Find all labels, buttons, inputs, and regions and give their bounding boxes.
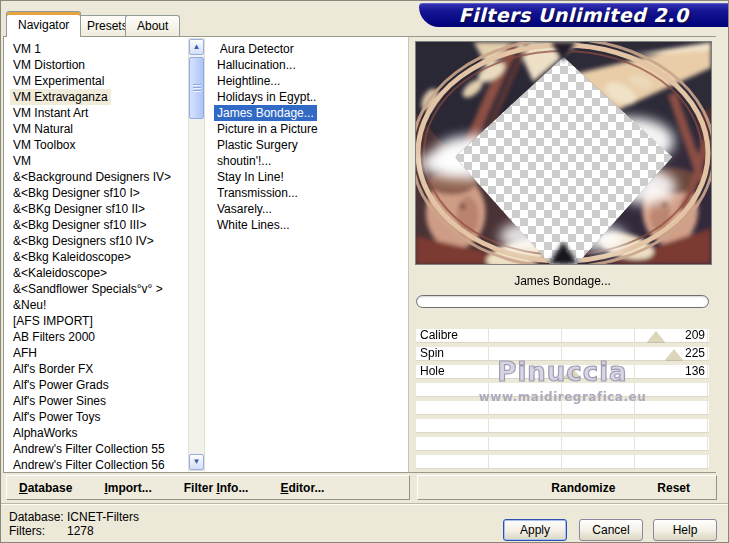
slider-marker-icon[interactable] [665,349,683,360]
category-item[interactable]: AFH [10,345,40,361]
category-item[interactable]: Alf's Power Toys [10,409,103,425]
editor-button[interactable]: Editor... [280,481,324,495]
category-item[interactable]: VM Toolbox [10,137,78,153]
category-item[interactable]: VM [10,153,34,169]
filter-item[interactable]: shoutin'!... [214,153,274,169]
slider-row[interactable] [416,419,709,432]
cancel-button[interactable]: Cancel [579,519,643,541]
database-button[interactable]: Database [19,481,72,495]
tab-navigator[interactable]: Navigator [6,11,81,37]
category-item[interactable]: &Neu! [10,297,49,313]
slider-label: Spin [420,347,444,360]
category-item[interactable]: VM Distortion [10,57,88,73]
filter-item[interactable]: Vasarely... [214,201,275,217]
progress-bar [416,295,709,308]
scroll-down-button[interactable]: ▼ [189,454,204,470]
slider-row[interactable] [416,383,709,396]
category-item[interactable]: &<Bkg Designer sf10 I> [10,185,143,201]
filter-item[interactable]: Transmission... [214,185,301,201]
slider-marker-icon[interactable] [563,367,581,378]
category-item[interactable]: Alf's Power Grads [10,377,112,393]
slider-row[interactable]: Hole136 [416,365,709,378]
category-scrollbar[interactable]: ▲ ▼ [188,38,205,471]
category-item[interactable]: &<Bkg Designer sf10 III> [10,217,149,233]
filter-item[interactable]: Holidays in Egypt.. [214,89,319,105]
randomize-button[interactable]: Randomize [551,481,615,495]
slider-row[interactable]: Calibre209 [416,329,709,342]
status-filters-label: Filters: [9,524,67,538]
filter-item[interactable]: Aura Detector [214,41,297,57]
tab-presets-label: Presets [87,19,128,33]
category-item[interactable]: &<Kaleidoscope> [10,265,110,281]
category-item[interactable]: &<Sandflower Specials°v° > [10,281,166,297]
category-item[interactable]: &<Bkg Kaleidoscope> [10,249,134,265]
slider-label: Hole [420,365,445,378]
status-info: Database: ICNET-Filters Filters: 1278 [9,510,139,538]
filter-item[interactable]: Plastic Surgery [214,137,301,153]
scrollbar-grip-icon [193,84,201,93]
filters-unlimited-window: Navigator Presets About Filters Unlimite… [0,0,729,543]
slider-row[interactable] [416,455,709,468]
scroll-up-icon: ▲ [193,43,201,51]
slider-row[interactable]: Spin225 [416,347,709,360]
scroll-down-icon: ▼ [193,458,201,466]
category-item[interactable]: &<Bkg Designers sf10 IV> [10,233,157,249]
preview-pane: James Bondage... Calibre209Spin225Hole13… [408,37,716,472]
selected-filter-name: James Bondage... [409,274,716,288]
tab-about-label: About [137,19,168,33]
slider-row[interactable] [416,401,709,414]
category-item[interactable]: &<Background Designers IV> [10,169,174,185]
filter-item[interactable]: Hallucination... [214,57,299,73]
label-part: ditor... [288,481,324,495]
category-item[interactable]: Alf's Border FX [10,361,96,377]
category-item[interactable]: &<BKg Designer sf10 II> [10,201,148,217]
filter-item[interactable]: White Lines... [214,217,293,233]
label-part: mport... [108,481,152,495]
scrollbar-thumb[interactable] [189,57,204,119]
category-item[interactable]: VM 1 [10,41,44,57]
main-panel: VM 1VM DistortionVM ExperimentalVM Extra… [3,36,716,473]
filter-item[interactable]: Heightline... [214,73,283,89]
category-item[interactable]: Andrew's Filter Collection 55 [10,441,168,457]
tab-about[interactable]: About [125,15,180,36]
import-button[interactable]: Import... [104,481,151,495]
category-item[interactable]: [AFS IMPORT] [10,313,96,329]
category-list[interactable]: VM 1VM DistortionVM ExperimentalVM Extra… [10,41,186,471]
scroll-up-button[interactable]: ▲ [189,39,204,55]
tab-bar: Navigator Presets About Filters Unlimite… [1,1,728,36]
slider-rows: Calibre209Spin225Hole136 [416,329,709,473]
status-database-label: Database: [9,510,67,524]
slider-value: 136 [685,365,705,378]
help-button[interactable]: Help [653,519,717,541]
category-item[interactable]: AlphaWorks [10,425,80,441]
category-item[interactable]: VM Extravaganza [10,89,111,105]
slider-row[interactable] [416,437,709,450]
category-item[interactable]: Alf's Power Sines [10,393,109,409]
slider-marker-icon[interactable] [647,331,665,342]
frame-preview-graphic [416,42,711,264]
category-item[interactable]: VM Natural [10,121,76,137]
category-item[interactable]: Andrew's Filter Collection 56 [10,457,168,471]
filter-item[interactable]: Picture in a Picture [214,121,321,137]
right-toolbar: Randomize Reset [417,475,717,500]
slider-value: 209 [685,329,705,342]
reset-button[interactable]: Reset [657,481,690,495]
category-item[interactable]: VM Instant Art [10,105,91,121]
slider-label: Calibre [420,329,458,342]
app-title: Filters Unlimited 2.0 [459,4,689,26]
preview-canvas[interactable] [415,41,712,265]
label-part: nfo... [220,481,249,495]
title-banner: Filters Unlimited 2.0 [419,3,728,27]
filter-item[interactable]: Stay In Line! [214,169,287,185]
tab-navigator-label: Navigator [18,18,69,32]
filter-info-button[interactable]: Filter Info... [184,481,249,495]
category-item[interactable]: AB Filters 2000 [10,329,98,345]
status-bar: Database: ICNET-Filters Filters: 1278 Ap… [1,503,728,543]
filter-list[interactable]: Aura DetectorHallucination...Heightline.… [214,41,407,471]
status-row-filters: Filters: 1278 [9,524,139,538]
apply-button[interactable]: Apply [503,519,567,541]
filter-item[interactable]: James Bondage... [214,105,317,121]
category-item[interactable]: VM Experimental [10,73,107,89]
status-database-value: ICNET-Filters [67,510,139,524]
label-part: Filter [184,481,217,495]
